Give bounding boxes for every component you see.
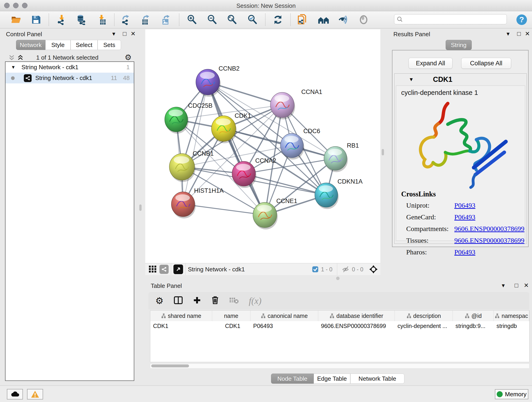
function-builder-icon[interactable]: f(x) xyxy=(249,295,262,306)
left-splitter-handle[interactable] xyxy=(139,204,142,211)
table-toolbar: ⚙ f(x) xyxy=(148,292,529,309)
network-node-label-CCNE1: CCNE1 xyxy=(276,198,298,204)
scrollbar-thumb[interactable] xyxy=(151,364,189,367)
close-panel-icon[interactable]: ✕ xyxy=(131,30,136,37)
network-edge-CCNB2-CCNE1[interactable] xyxy=(208,82,265,215)
netbar-separator xyxy=(185,263,186,275)
float-panel-icon[interactable]: □ xyxy=(515,282,518,289)
string-protein-query-icon[interactable] xyxy=(297,14,308,26)
network-collection-row[interactable]: ▼ String Network - cdk1 1 xyxy=(6,62,134,73)
tab-style[interactable]: Style xyxy=(45,40,70,50)
network-collection-label: String Network - cdk1 xyxy=(22,64,79,71)
import-table-file-icon[interactable] xyxy=(96,14,108,26)
open-session-icon[interactable] xyxy=(10,14,22,26)
crosslink-label: Compartments: xyxy=(406,225,454,233)
delete-table-icon[interactable] xyxy=(229,297,239,305)
export-table-icon[interactable] xyxy=(140,14,152,26)
cloud-icon xyxy=(10,391,19,397)
refresh-icon[interactable] xyxy=(272,14,284,26)
table-row[interactable]: CDK1CDK1P064939606.ENSP00000378699cyclin… xyxy=(150,321,529,331)
network-node-HIST1H1A[interactable]: HIST1H1A xyxy=(171,187,224,218)
close-panel-icon[interactable]: ✕ xyxy=(524,282,529,289)
detach-view-icon[interactable] xyxy=(173,264,183,274)
network-node-CCNA1[interactable]: CCNA1 xyxy=(270,89,322,119)
column-header-name[interactable]: name xyxy=(212,311,250,321)
zoom-selected-icon[interactable] xyxy=(247,14,258,26)
float-panel-icon[interactable]: □ xyxy=(517,30,521,37)
tab-network[interactable]: Network xyxy=(16,40,45,50)
tab-select[interactable]: Select xyxy=(70,40,98,50)
grid-view-icon[interactable] xyxy=(148,265,157,274)
zoom-fit-icon[interactable] xyxy=(226,14,238,26)
crosslink-value-link[interactable]: 9606.ENSP00000378699 xyxy=(454,236,525,244)
panel-menu-icon[interactable]: ▾ xyxy=(507,30,510,37)
tab-sets[interactable]: Sets xyxy=(98,40,121,50)
table-gear-icon[interactable]: ⚙ xyxy=(155,295,164,306)
network-canvas[interactable]: CCNB2CCNA1CDC25BCDK1CDC6RB1CCNB1CCNA2CDK… xyxy=(145,29,380,263)
import-network-database-icon[interactable] xyxy=(75,14,87,26)
tab-network-table[interactable]: Network Table xyxy=(350,374,404,384)
help-icon[interactable]: ? xyxy=(516,14,527,26)
share-view-icon[interactable] xyxy=(159,265,169,274)
network-row-selected[interactable]: String Network - cdk1 11 48 xyxy=(6,73,134,83)
birdseye-toggle-icon[interactable] xyxy=(369,265,378,274)
right-splitter-handle[interactable] xyxy=(382,149,384,155)
birdseye-icon[interactable] xyxy=(358,14,369,26)
tab-edge-table[interactable]: Edge Table xyxy=(314,374,350,384)
horizontal-splitter-handle[interactable] xyxy=(336,277,340,280)
close-panel-icon[interactable]: ✕ xyxy=(525,30,530,37)
column-header-description[interactable]: description xyxy=(395,311,453,321)
collapse-all-button[interactable]: Collapse All xyxy=(461,58,511,69)
zoom-out-icon[interactable] xyxy=(206,14,218,26)
panel-menu-icon[interactable]: ▾ xyxy=(502,282,505,289)
cloud-status-button[interactable] xyxy=(7,389,23,400)
network-edge-CCNB2-HIST1H1A[interactable] xyxy=(183,82,208,204)
section-collapse-icon[interactable]: ▼ xyxy=(409,77,414,83)
crosslink-row: GeneCard:P06493 xyxy=(406,213,525,221)
table-horizontal-scrollbar[interactable] xyxy=(150,364,530,369)
search-input[interactable] xyxy=(403,16,502,23)
zoom-in-icon[interactable] xyxy=(186,14,198,26)
export-image-icon[interactable] xyxy=(160,14,172,26)
toolbar-separator xyxy=(114,13,114,26)
node-section-header[interactable]: ▼ CDK1 xyxy=(394,74,526,85)
collapse-all-networks-icon[interactable] xyxy=(8,54,15,62)
float-panel-icon[interactable]: □ xyxy=(123,30,127,37)
crosslink-value-link[interactable]: P06493 xyxy=(454,248,475,256)
crosslink-label: Uniprot: xyxy=(406,201,454,209)
hide-unhide-icon[interactable] xyxy=(337,14,349,26)
collapse-triangle-icon[interactable]: ▼ xyxy=(11,65,16,70)
column-header-canonical-name[interactable]: canonical name xyxy=(250,311,318,321)
split-columns-icon[interactable] xyxy=(174,296,183,305)
toolbar-separator xyxy=(265,13,266,26)
expand-all-networks-icon[interactable] xyxy=(17,54,24,62)
show-homology-icon[interactable] xyxy=(318,14,329,26)
tab-node-table[interactable]: Node Table xyxy=(271,374,314,384)
column-header--id[interactable]: @id xyxy=(453,311,494,321)
network-node-label-HIST1H1A: HIST1H1A xyxy=(194,187,224,194)
warning-status-button[interactable] xyxy=(27,389,43,400)
network-node-CCNB1[interactable]: CCNB1 xyxy=(169,150,214,182)
network-node-CDKN1A[interactable]: CDKN1A xyxy=(315,178,363,209)
network-node-RB1[interactable]: RB1 xyxy=(324,142,359,172)
crosslink-value-link[interactable]: P06493 xyxy=(454,213,475,221)
save-session-icon[interactable] xyxy=(30,14,42,26)
network-node-CCNB2[interactable]: CCNB2 xyxy=(196,65,240,97)
column-header-database-identifier[interactable]: database identifier xyxy=(318,311,395,321)
crosslink-value-link[interactable]: 9606.ENSP00000378699 xyxy=(454,225,525,233)
column-header-namespac[interactable]: namespac xyxy=(494,311,529,321)
column-header-shared-name[interactable]: shared name xyxy=(150,311,212,321)
delete-column-icon[interactable] xyxy=(211,296,219,306)
expand-all-button[interactable]: Expand All xyxy=(409,58,452,69)
crosslink-value-link[interactable]: P06493 xyxy=(454,201,475,209)
tab-string[interactable]: String xyxy=(446,40,472,50)
search-box[interactable] xyxy=(394,14,507,24)
network-node-CDC6[interactable]: CDC6 xyxy=(280,128,320,160)
network-options-gear-icon[interactable]: ⚙ xyxy=(125,53,132,62)
panel-menu-icon[interactable]: ▾ xyxy=(112,30,115,37)
import-network-file-icon[interactable] xyxy=(56,14,67,26)
add-column-icon[interactable] xyxy=(193,296,201,305)
warning-icon xyxy=(31,390,39,398)
export-network-icon[interactable] xyxy=(120,14,132,26)
memory-button[interactable]: Memory xyxy=(495,389,528,399)
